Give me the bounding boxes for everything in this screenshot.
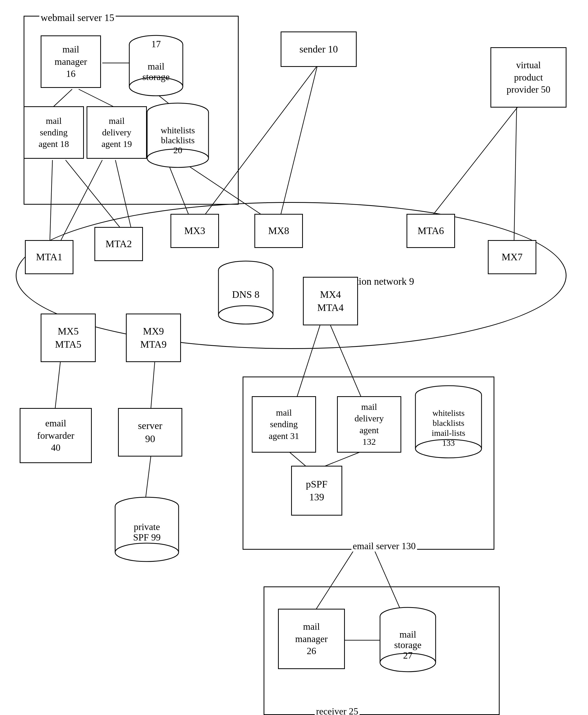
svg-text:blacklists: blacklists: [433, 418, 464, 428]
svg-text:27: 27: [403, 650, 413, 661]
svg-text:133: 133: [442, 438, 455, 448]
mail-storage-27: mail storage 27: [379, 606, 437, 674]
svg-line-12: [281, 66, 317, 215]
svg-line-17: [151, 362, 155, 409]
svg-text:storage: storage: [142, 72, 170, 82]
svg-line-14: [514, 105, 517, 241]
svg-text:mail: mail: [399, 629, 416, 640]
email-server-130-label: email server 130: [352, 540, 417, 552]
svg-line-13: [433, 105, 519, 215]
svg-text:whitelists: whitelists: [433, 408, 465, 418]
mail-sending-agent-18: mail sending agent 18: [24, 106, 84, 159]
server-90: server 90: [118, 408, 182, 456]
mail-sending-agent-31: mail sending agent 31: [252, 396, 316, 453]
dns-8: DNS 8: [218, 260, 274, 325]
cylinder-svg-dns8: DNS 8: [218, 260, 274, 325]
mta1: MTA1: [25, 240, 74, 274]
webmail-server-label: webmail server 15: [39, 12, 115, 23]
mta2: MTA2: [94, 227, 143, 261]
mx8: MX8: [254, 214, 303, 248]
mail-manager-26: mail manager 26: [278, 609, 345, 669]
mail-manager-16: mail manager 16: [41, 36, 101, 88]
svg-text:blacklists: blacklists: [161, 136, 195, 145]
svg-line-19: [55, 362, 60, 409]
svg-text:whitelists: whitelists: [161, 125, 195, 135]
mail-storage-17: mail storage 17: [128, 34, 184, 97]
mx5-mta5: MX5 MTA5: [41, 313, 96, 362]
cylinder-svg-133: whitelists blacklists imail-lists 133: [414, 384, 483, 461]
mta6: MTA6: [406, 214, 455, 248]
svg-text:DNS 8: DNS 8: [232, 289, 260, 300]
email-forwarder-40: email forwarder 40: [20, 408, 92, 463]
svg-text:private: private: [134, 522, 160, 532]
svg-text:mail: mail: [148, 61, 164, 72]
sender-10: sender 10: [281, 32, 357, 67]
pspf-139: pSPF 139: [291, 466, 342, 516]
mx4-mta4: MX4 MTA4: [303, 277, 358, 325]
whitelists-133: whitelists blacklists imail-lists 133: [414, 384, 483, 461]
svg-text:20: 20: [173, 145, 182, 155]
diagram: communication network 9 webmail server 1…: [0, 0, 588, 715]
mx3: MX3: [170, 214, 219, 248]
cylinder-svg-spf99: private SPF 99: [114, 496, 180, 564]
whitelists-20: whitelists blacklists 20: [146, 102, 209, 170]
svg-text:storage: storage: [394, 640, 421, 650]
svg-line-18: [146, 456, 151, 498]
svg-text:SPF 99: SPF 99: [133, 532, 161, 543]
mail-delivery-agent-132: mail delivery agent 132: [337, 396, 401, 453]
cylinder-svg-27: mail storage 27: [379, 606, 437, 674]
svg-text:17: 17: [151, 39, 161, 49]
svg-point-51: [115, 543, 178, 561]
mx7: MX7: [488, 240, 536, 274]
cylinder-svg-20: whitelists blacklists 20: [146, 102, 209, 170]
mail-delivery-agent-19: mail delivery agent 19: [87, 106, 147, 159]
private-spf-99: private SPF 99: [114, 496, 180, 564]
svg-text:imail-lists: imail-lists: [432, 428, 465, 438]
receiver-25-label: receiver 25: [315, 706, 360, 715]
cylinder-svg-17: mail storage 17: [128, 34, 184, 97]
virtual-provider-50: virtual product provider 50: [490, 47, 567, 107]
svg-point-45: [218, 306, 273, 324]
mx9-mta9: MX9 MTA9: [126, 313, 181, 362]
